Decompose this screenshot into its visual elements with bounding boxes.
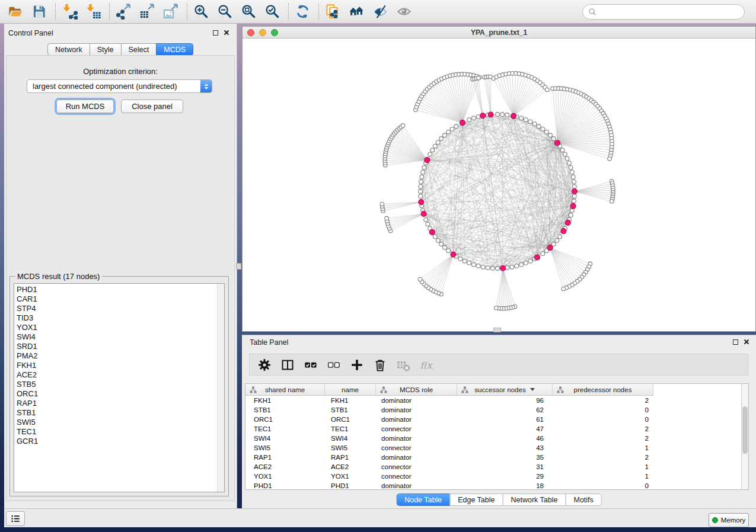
network-node[interactable] <box>555 238 559 242</box>
close-panel-icon[interactable] <box>224 30 229 36</box>
mcds-result-item[interactable]: ACE2 <box>17 370 224 380</box>
column-header-MCDS-role[interactable]: MCDS role <box>376 384 457 396</box>
network-node[interactable] <box>424 217 428 222</box>
table-row[interactable]: STB1STB1dominator620 <box>245 405 653 415</box>
network-node[interactable] <box>519 116 524 120</box>
network-canvas[interactable] <box>243 39 755 331</box>
network-node[interactable] <box>476 115 480 119</box>
network-node[interactable] <box>571 175 575 179</box>
show-graphics-icon[interactable] <box>396 4 412 20</box>
home-icon[interactable] <box>349 4 365 20</box>
mcds-node[interactable] <box>570 203 576 209</box>
mcds-node[interactable] <box>421 211 426 217</box>
network-node[interactable] <box>569 213 573 217</box>
network-node[interactable] <box>436 140 440 145</box>
mcds-result-item[interactable]: FKH1 <box>17 361 224 370</box>
mcds-node[interactable] <box>565 220 570 225</box>
network-node[interactable] <box>519 262 524 267</box>
network-node[interactable] <box>541 127 545 131</box>
network-node[interactable] <box>572 184 576 188</box>
network-node[interactable] <box>471 116 476 120</box>
network-node[interactable] <box>570 170 575 174</box>
network-node[interactable] <box>551 137 556 141</box>
mcds-result-item[interactable]: SWI5 <box>17 418 224 427</box>
mcds-result-item[interactable]: CAR1 <box>17 294 224 304</box>
mcds-result-item[interactable]: STP4 <box>17 304 224 313</box>
network-node[interactable] <box>443 133 447 137</box>
network-node[interactable] <box>500 113 505 117</box>
network-node[interactable] <box>569 165 573 169</box>
hide-graphics-icon[interactable] <box>372 4 388 20</box>
network-node[interactable] <box>490 266 495 270</box>
network-node[interactable] <box>567 161 571 165</box>
unselect-all-icon[interactable] <box>327 358 341 372</box>
network-node[interactable] <box>439 137 444 141</box>
tab-mcds[interactable]: MCDS <box>156 43 193 56</box>
network-node[interactable] <box>446 249 451 253</box>
network-node[interactable] <box>421 170 425 174</box>
network-node[interactable] <box>443 245 447 249</box>
mcds-result-item[interactable]: TID3 <box>17 313 224 323</box>
network-node[interactable] <box>419 194 423 198</box>
network-node[interactable] <box>510 265 514 269</box>
mcds-node[interactable] <box>429 229 435 235</box>
table-scrollbar[interactable] <box>741 384 748 489</box>
table-row[interactable]: ORC1ORC1dominator610 <box>245 415 653 424</box>
network-node[interactable] <box>565 156 569 161</box>
column-header-shared-name[interactable]: shared name <box>245 384 325 396</box>
mcds-result-item[interactable]: ORC1 <box>17 389 224 399</box>
tab-edge-table[interactable]: Edge Table <box>449 493 503 506</box>
table-row[interactable]: SWI4SWI4dominator462 <box>245 434 653 443</box>
network-graph[interactable] <box>243 39 755 331</box>
network-node[interactable] <box>548 133 553 137</box>
add-row-icon[interactable] <box>350 358 364 372</box>
mcds-result-item[interactable]: TEC1 <box>17 427 224 437</box>
tab-node-table[interactable]: Node Table <box>396 493 450 506</box>
horizontal-splitter-handle[interactable] <box>493 328 501 332</box>
close-panel-button[interactable]: Close panel <box>121 100 183 113</box>
network-node[interactable] <box>544 130 548 134</box>
leaf-node[interactable] <box>610 200 614 204</box>
close-table-panel-icon[interactable] <box>744 339 749 345</box>
mcds-node[interactable] <box>534 255 540 260</box>
network-node[interactable] <box>572 180 576 184</box>
import-table-icon[interactable] <box>85 4 101 20</box>
network-node[interactable] <box>537 124 541 129</box>
zoom-fit-icon[interactable] <box>241 4 257 20</box>
run-mcds-button[interactable]: Run MCDS <box>56 100 114 113</box>
mcds-node[interactable] <box>451 252 456 257</box>
network-node[interactable] <box>428 152 432 156</box>
mcds-node[interactable] <box>561 228 566 233</box>
network-node[interactable] <box>572 199 576 203</box>
criterion-dropdown[interactable]: largest connected component (undirected) <box>27 79 212 93</box>
network-node[interactable] <box>458 257 462 261</box>
network-node[interactable] <box>515 264 519 268</box>
network-node[interactable] <box>486 266 490 270</box>
delete-row-icon[interactable] <box>373 358 387 372</box>
column-header-successor-nodes[interactable]: successor nodes <box>457 384 553 396</box>
network-node[interactable] <box>560 148 564 152</box>
leaf-node[interactable] <box>562 287 566 291</box>
network-node[interactable] <box>496 267 500 271</box>
network-node[interactable] <box>462 259 467 263</box>
mcds-result-item[interactable]: PMA2 <box>17 351 224 361</box>
network-node[interactable] <box>436 238 440 242</box>
zoom-out-icon[interactable] <box>217 4 233 20</box>
leaf-node[interactable] <box>495 306 499 310</box>
mcds-result-item[interactable]: SWI4 <box>17 332 224 342</box>
table-row[interactable]: ACE2ACE2connector311 <box>245 462 653 472</box>
leaf-node[interactable] <box>385 216 389 220</box>
export-image-icon[interactable] <box>163 4 179 20</box>
network-node[interactable] <box>524 118 528 122</box>
mcds-node[interactable] <box>419 200 424 205</box>
mcds-node[interactable] <box>425 158 430 163</box>
tab-network-table[interactable]: Network Table <box>503 493 566 506</box>
network-node[interactable] <box>439 242 444 246</box>
search-field[interactable] <box>582 4 745 20</box>
leaf-node[interactable] <box>608 157 612 161</box>
network-node[interactable] <box>467 118 471 122</box>
leaf-node[interactable] <box>401 124 405 128</box>
tab-style[interactable]: Style <box>90 43 122 56</box>
network-node[interactable] <box>419 184 423 188</box>
search-input[interactable] <box>599 8 744 16</box>
